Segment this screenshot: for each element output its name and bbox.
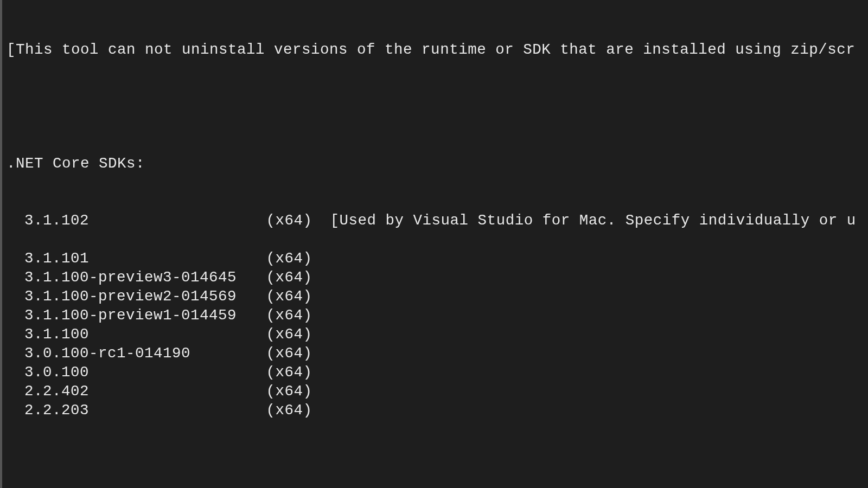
- sdk-version: 3.1.100-preview2-014569: [24, 287, 266, 306]
- sdk-version: 2.2.203: [24, 401, 266, 420]
- sdk-row: [7, 230, 868, 249]
- sdk-version: 3.1.100-preview3-014645: [24, 268, 266, 287]
- sdk-arch: (x64): [266, 249, 312, 268]
- sdk-arch: (x64): [266, 382, 312, 401]
- sdk-row: 3.1.100-preview3-014645(x64): [7, 268, 868, 287]
- sdk-arch: (x64): [266, 325, 312, 344]
- sdk-version: 3.0.100-rc1-014190: [24, 344, 266, 363]
- sdk-row: 2.2.402(x64): [7, 382, 868, 401]
- sdk-row: 3.1.100(x64): [7, 325, 868, 344]
- terminal-output[interactable]: [This tool can not uninstall versions of…: [2, 0, 868, 488]
- sdk-row: 3.0.100(x64): [7, 363, 868, 382]
- sdk-arch: (x64): [266, 306, 312, 325]
- sdk-header: .NET Core SDKs:: [7, 154, 868, 173]
- sdk-arch: (x64): [266, 363, 312, 382]
- sdk-row: 3.1.100-preview1-014459(x64): [7, 306, 868, 325]
- sdk-version: 3.1.101: [24, 249, 266, 268]
- sdk-version: 3.1.100-preview1-014459: [24, 306, 266, 325]
- sdk-list: 3.1.102(x64)[Used by Visual Studio for M…: [7, 211, 868, 420]
- sdk-arch: (x64): [266, 268, 312, 287]
- sdk-arch: (x64): [266, 344, 312, 363]
- sdk-version: 3.1.100: [24, 325, 266, 344]
- sdk-arch: (x64): [266, 211, 312, 230]
- sdk-note: [Used by Visual Studio for Mac. Specify …: [312, 211, 856, 230]
- sdk-row: 3.1.101(x64): [7, 249, 868, 268]
- sdk-row: 2.2.203(x64): [7, 401, 868, 420]
- blank-line: [7, 97, 868, 116]
- blank-line: [7, 458, 868, 477]
- sdk-row: 3.0.100-rc1-014190(x64): [7, 344, 868, 363]
- sdk-version: 2.2.402: [24, 382, 266, 401]
- warning-line: [This tool can not uninstall versions of…: [7, 40, 868, 59]
- sdk-row: 3.1.100-preview2-014569(x64): [7, 287, 868, 306]
- sdk-version: 3.1.102: [24, 211, 266, 230]
- sdk-version: 3.0.100: [24, 363, 266, 382]
- sdk-arch: (x64): [266, 287, 312, 306]
- sdk-arch: (x64): [266, 401, 312, 420]
- sdk-row: 3.1.102(x64)[Used by Visual Studio for M…: [7, 211, 868, 230]
